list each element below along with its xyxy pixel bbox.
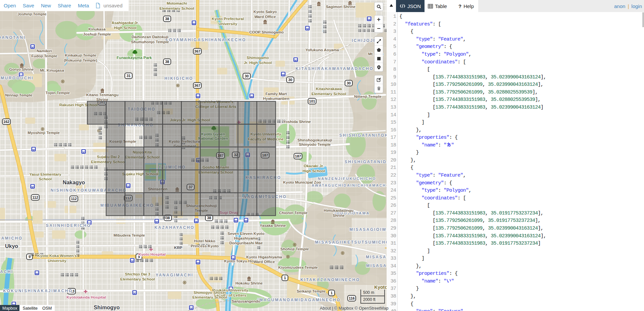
svg-text:Sagimori Shrine: Sagimori Shrine [326,5,355,9]
svg-text:Donguribashi Mae: Donguribashi Mae [229,241,263,245]
svg-text:YANAGIMACHI: YANAGIMACHI [156,273,193,277]
svg-text:367: 367 [194,49,200,53]
svg-text:30: 30 [245,74,249,78]
svg-text:University: University [48,259,66,263]
svg-text:KOYAMAHIGASHIHANAIKECHO: KOYAMAHIGASHIHANAIKECHO [165,38,246,42]
svg-text:Higashiyama: Higashiyama [234,236,258,240]
svg-text:Elementary School: Elementary School [120,277,155,281]
svg-text:Elementary School: Elementary School [192,295,227,299]
svg-text:Motomachi: Motomachi [167,1,187,5]
svg-text:KRP: KRP [174,246,183,250]
svg-text:Tojiin Temple: Tojiin Temple [46,91,70,95]
svg-text:Family Mart: Family Mart [265,92,287,96]
svg-text:Ward Office: Ward Office [253,260,275,264]
svg-text:DANOTANI: DANOTANI [0,35,26,40]
svg-text:Elementary School: Elementary School [311,92,346,96]
svg-text:Kyoto Tokyu Hotel: Kyoto Tokyu Hotel [224,259,258,263]
svg-text:162: 162 [3,120,9,124]
svg-text:Goryo Shrine: Goryo Shrine [9,67,34,71]
svg-text:Hotel Nikko: Hotel Nikko [194,239,215,243]
svg-text:KITAKAZANOMINECHO: KITAKAZANOMINECHO [300,277,360,282]
svg-text:KAZAHAYACHO: KAZAHAYACHO [154,225,194,230]
svg-text:ACHI: ACHI [0,269,13,274]
svg-text:MISASAGIIKETSUTSUMICHO: MISASAGIIKETSUTSUMICHO [315,240,387,245]
svg-text:Yasaka Shrine: Yasaka Shrine [260,224,286,228]
svg-text:MISASAGIOIWA: MISASAGIOIWA [349,227,387,232]
svg-text:Seikanji Temple: Seikanji Temple [297,289,326,293]
svg-text:Yasui Elementary: Yasui Elementary [29,172,61,176]
svg-text:HIKIGICHO: HIKIGICHO [164,76,193,81]
svg-text:KITASHIRAKAWAYAMADACHO: KITASHIRAKAWAYAMADACHO [296,66,374,71]
svg-text:IMAGUMANOAMIDAGAMINECHO: IMAGUMANOAMIDAGAMINECHO [257,298,341,302]
svg-text:High School: High School [302,169,325,173]
svg-text:Princess Kyoto: Princess Kyoto [191,244,219,248]
svg-text:Kyototakeda Hospital: Kyototakeda Hospital [66,295,106,299]
svg-text:Kyoto Koka Women's: Kyoto Koka Women's [37,254,77,258]
svg-text:MISASAG: MISASAG [366,263,387,268]
svg-text:Fudoji Temple: Fudoji Temple [31,54,57,58]
svg-text:High School: High School [114,26,136,30]
svg-text:Myoshinji Temple: Myoshinji Temple [28,131,60,135]
svg-text:Seven Eleven Kyoto: Seven Eleven Kyoto [228,232,264,236]
svg-text:Shrine: Shrine [96,98,108,102]
svg-text:Shinshogokurakuji: Shinshogokurakuji [297,138,332,142]
svg-text:101: 101 [309,99,315,103]
svg-text:Shrine: Shrine [333,213,345,217]
svg-text:187: 187 [295,154,301,158]
svg-text:KOKUNISHINAKAJIMACHO: KOKUNISHINAKAJIMACHO [3,289,72,293]
svg-text:Joshinji Temple: Joshinji Temple [17,12,46,16]
svg-text:30: 30 [288,78,292,82]
svg-text:Shohoji Temple: Shohoji Temple [281,247,309,251]
svg-text:Kyoto Municipal Zoo: Kyoto Municipal Zoo [283,180,321,184]
svg-text:1: 1 [331,291,333,295]
svg-text:Daihonzan Daitokuji: Daihonzan Daitokuji [132,35,168,39]
svg-text:Kyoto Prefectural: Kyoto Prefectural [212,17,244,21]
svg-text:SHISHIGATANITOKU: SHISHIGATANITOKU [339,133,387,138]
svg-text:SAIINHIDERICHO: SAIINHIDERICHO [46,223,91,228]
svg-text:38: 38 [165,60,169,64]
svg-text:31: 31 [127,74,131,78]
svg-text:1: 1 [284,276,286,280]
svg-text:Kiyomizudera Temple: Kiyomizudera Temple [278,265,318,269]
svg-text:Hokoku Shrine: Hokoku Shrine [235,281,262,285]
svg-text:Elementary School: Elementary School [159,6,194,10]
svg-text:OMUROOUCHI: OMUROOUCHI [0,76,34,80]
svg-text:367: 367 [194,83,200,87]
svg-text:Funaokayama Park: Funaokayama Park [117,56,152,60]
svg-text:116: 116 [349,296,355,300]
svg-text:KAMICHO: KAMICHO [0,236,22,241]
svg-text:Shumuhonjo Temple: Shumuhonjo Temple [131,40,169,44]
svg-text:Nittenji Temple: Nittenji Temple [354,95,382,99]
svg-text:Shimogyo: Shimogyo [94,305,120,310]
svg-text:Kinkakuji Temple: Kinkakuji Temple [65,53,96,57]
svg-text:Kitano Tenmangu: Kitano Tenmangu [86,93,118,97]
svg-text:Sanjusangendo: Sanjusangendo [232,299,260,303]
svg-text:Okazaki Jr.: Okazaki Jr. [304,164,324,168]
svg-text:Jr. High School: Jr. High School [244,61,272,65]
svg-text:University: University [218,22,237,26]
svg-text:NANZENJIFUKUCHICHO: NANZENJIFUKUCHICHO [318,177,376,181]
svg-text:Ward Office: Ward Office [254,15,276,19]
svg-text:38: 38 [165,17,169,21]
svg-text:Ukyo: Ukyo [5,243,18,249]
svg-text:Joshuji Temple: Joshuji Temple [83,32,111,36]
svg-text:Shichijo Dai 3: Shichijo Dai 3 [125,272,150,276]
svg-text:Kyoto Higashiyama: Kyoto Higashiyama [246,255,282,259]
svg-text:SHISHIGATANIDA: SHISHIGATANIDA [345,160,387,164]
svg-text:Shimogamo: Shimogamo [247,56,269,60]
svg-text:Kyoto Sakyo: Kyoto Sakyo [253,10,277,14]
svg-text:MISASAGI: MISASAGI [366,255,387,259]
svg-text:Shinyodo Temple: Shinyodo Temple [299,142,331,146]
svg-text:Yoshida Shrine: Yoshida Shrine [283,120,311,124]
svg-text:Yofukuno Aoyama: Yofukuno Aoyama [305,48,339,52]
svg-text:Mibudera Temple: Mibudera Temple [113,233,145,237]
svg-text:Kyoto Hospital: Kyoto Hospital [138,252,165,256]
svg-text:Mt. Kinugasa: Mt. Kinugasa [40,68,64,72]
svg-text:School: School [39,177,52,181]
svg-text:112: 112 [71,197,77,201]
svg-text:Ninnaji Temple: Ninnaji Temple [5,93,33,97]
svg-text:Namikiri: Namikiri [37,49,52,53]
svg-text:Kinukasa: Kinukasa [88,27,106,31]
svg-text:112: 112 [32,195,38,199]
svg-text:Shimogyo Shosei: Shimogyo Shosei [194,291,226,295]
